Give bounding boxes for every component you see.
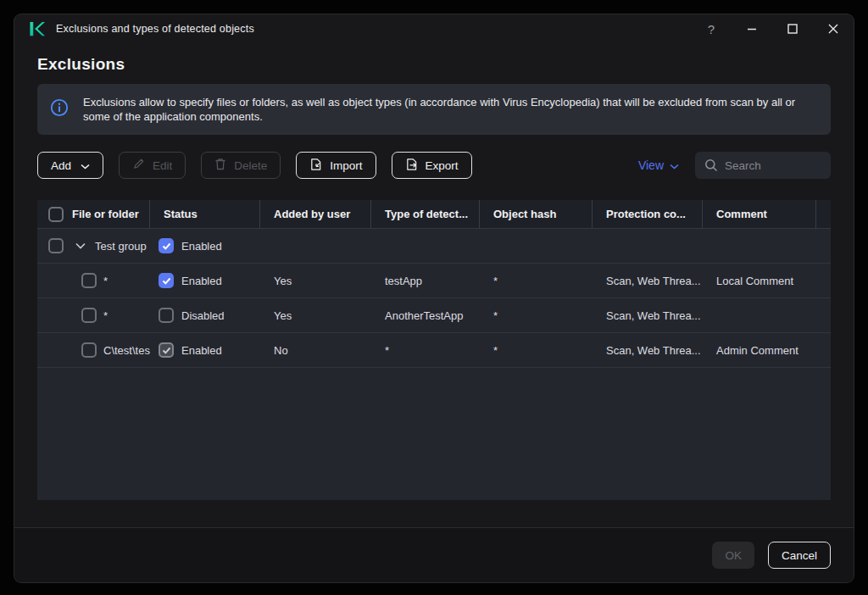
added-by-user-cell: No	[260, 333, 371, 367]
row-checkbox[interactable]	[81, 273, 97, 288]
search-box	[695, 152, 831, 179]
header-object-hash: Object hash	[480, 200, 593, 228]
header-type-of-detected: Type of detect...	[371, 200, 480, 228]
added-by-user-cell: Yes	[260, 264, 371, 298]
minimize-icon	[747, 24, 757, 34]
window-title: Exclusions and types of detected objects	[56, 23, 254, 35]
added-by-user-cell: Yes	[260, 298, 371, 332]
info-banner-text: Exclusions allow to specify files or fol…	[83, 95, 815, 124]
status-checkbox-checked[interactable]	[159, 273, 174, 288]
select-all-checkbox[interactable]	[48, 207, 64, 222]
minimize-button[interactable]	[732, 14, 772, 43]
header-file-or-folder: File or folder	[37, 200, 150, 228]
info-icon	[50, 98, 69, 120]
file-cell: C\test\tes...	[103, 344, 150, 357]
file-cell: *	[103, 309, 108, 322]
import-button[interactable]: Import	[296, 152, 376, 179]
type-of-detected-cell: AnotherTestApp	[371, 298, 480, 332]
exclusions-table: File or folder Status Added by user Type…	[37, 200, 831, 500]
search-icon	[704, 158, 718, 175]
header-added-by-user: Added by user	[260, 200, 371, 228]
header-protection-components: Protection co...	[593, 200, 703, 228]
table-header-row: File or folder Status Added by user Type…	[37, 200, 831, 229]
table-row[interactable]: * Enabled Yes testApp * Scan, Web Threa.…	[37, 264, 831, 298]
status-label: Enabled	[181, 344, 222, 357]
delete-button[interactable]: Delete	[201, 152, 281, 179]
protection-cell: Scan, Web Threa...	[593, 298, 703, 332]
status-label: Disabled	[181, 309, 225, 322]
status-label: Enabled	[181, 275, 222, 287]
status-checkbox-checked[interactable]	[159, 238, 174, 253]
table-group-row[interactable]: Test group Enabled	[37, 229, 831, 264]
row-checkbox[interactable]	[81, 308, 97, 323]
close-button[interactable]	[813, 14, 854, 43]
kaspersky-logo-icon	[28, 20, 45, 37]
type-of-detected-cell: *	[371, 333, 480, 367]
protection-cell: Scan, Web Threa...	[593, 333, 703, 367]
trash-icon	[214, 158, 226, 173]
window-controls: ?	[691, 14, 854, 43]
close-icon	[828, 24, 838, 34]
row-checkbox[interactable]	[81, 342, 97, 358]
file-cell: *	[103, 275, 108, 287]
chevron-down-icon	[81, 159, 90, 172]
ok-button[interactable]: OK	[712, 542, 754, 569]
header-comment: Comment	[703, 200, 816, 228]
footer: OK Cancel	[14, 527, 854, 582]
header-status: Status	[150, 200, 260, 228]
header-spacer	[816, 200, 831, 228]
comment-cell: Admin Comment	[703, 333, 816, 367]
object-hash-cell: *	[480, 333, 593, 367]
import-icon	[309, 158, 322, 174]
app-window: Exclusions and types of detected objects…	[14, 14, 854, 582]
info-banner: Exclusions allow to specify files or fol…	[37, 84, 831, 135]
table-row[interactable]: * Disabled Yes AnotherTestApp * Scan, We…	[37, 298, 831, 333]
maximize-button[interactable]	[772, 14, 813, 43]
comment-cell	[703, 298, 816, 332]
maximize-icon	[787, 24, 798, 34]
edit-button[interactable]: Edit	[119, 152, 186, 179]
export-icon	[405, 158, 418, 174]
object-hash-cell: *	[480, 298, 593, 332]
export-button[interactable]: Export	[392, 152, 472, 179]
view-dropdown[interactable]: View	[638, 158, 679, 172]
table-row[interactable]: C\test\tes... Enabled No * * Scan, Web T…	[37, 333, 831, 368]
help-button[interactable]: ?	[691, 14, 732, 43]
comment-cell: Local Comment	[703, 264, 816, 298]
titlebar: Exclusions and types of detected objects…	[14, 14, 854, 43]
group-name: Test group	[95, 240, 147, 253]
object-hash-cell: *	[480, 264, 593, 298]
page-title: Exclusions	[37, 55, 831, 74]
type-of-detected-cell: testApp	[371, 264, 480, 298]
row-checkbox[interactable]	[48, 238, 64, 253]
expander-chevron-down-icon[interactable]	[75, 242, 86, 249]
cancel-button[interactable]: Cancel	[768, 542, 831, 569]
toolbar: Add Edit Delete Im	[37, 152, 831, 179]
add-button[interactable]: Add	[37, 152, 103, 179]
status-label: Enabled	[181, 240, 222, 253]
status-checkbox-checked-disabled[interactable]	[159, 342, 174, 358]
pencil-icon	[132, 158, 145, 173]
protection-cell: Scan, Web Threa...	[593, 264, 703, 298]
chevron-down-icon	[670, 158, 679, 172]
status-checkbox-unchecked[interactable]	[159, 308, 174, 323]
